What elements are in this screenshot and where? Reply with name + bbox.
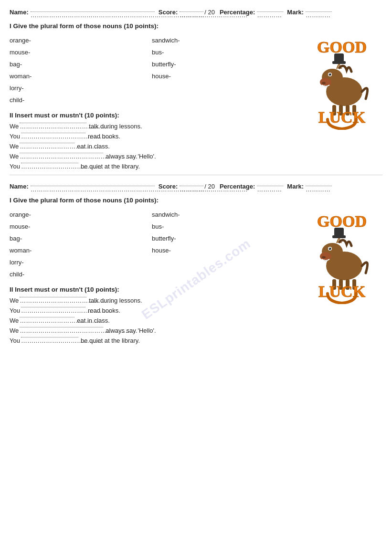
svg-rect-31 bbox=[334, 228, 344, 236]
section2-title-1: II Insert must or mustn't (10 points): bbox=[10, 112, 294, 119]
noun-bag-1: bag- bbox=[10, 58, 152, 70]
svg-point-23 bbox=[320, 252, 331, 261]
svg-rect-11 bbox=[334, 53, 344, 62]
subject-3-2: We bbox=[10, 317, 19, 324]
sentence-3-2: We ………………………………… eat in class. bbox=[10, 317, 294, 324]
svg-point-6 bbox=[329, 74, 331, 76]
subject-2-1: You bbox=[10, 133, 20, 140]
score-dots-2: ………… bbox=[180, 186, 203, 186]
rest-5-2: be quiet at the library. bbox=[81, 337, 140, 344]
dots-4-1: ………………………………………………… bbox=[20, 153, 103, 153]
score-dots-1: ………… bbox=[180, 11, 203, 12]
name-label-2: Name: bbox=[10, 183, 29, 190]
svg-point-24 bbox=[322, 256, 326, 259]
noun-woman-2: woman- bbox=[10, 244, 152, 256]
good-luck-image-2: GOOD bbox=[299, 209, 382, 347]
sentence-5-1: You ………………………………… be quiet at the librar… bbox=[10, 163, 294, 170]
good-luck-container-1: GOOD bbox=[304, 34, 378, 120]
good-luck-svg-1: GOOD bbox=[304, 34, 380, 130]
score-label-2: Score: bbox=[159, 183, 178, 190]
noun-house-1: house- bbox=[152, 70, 294, 82]
subject-4-1: We bbox=[10, 153, 19, 160]
score-label-1: Score: bbox=[159, 9, 178, 16]
dots-4-2: ………………………………………………… bbox=[20, 327, 103, 327]
noun-lorry-1: lorry- bbox=[10, 82, 152, 94]
rest-4-1: always say 'Hello'. bbox=[106, 153, 156, 160]
noun-sandwich-1: sandwich- bbox=[152, 34, 294, 46]
mark-label-2: Mark: bbox=[287, 183, 304, 190]
sentence-4-2: We ………………………………………………… always say 'Hello… bbox=[10, 327, 294, 334]
noun-butterfly-1: butterfly- bbox=[152, 58, 294, 70]
noun-empty-2 bbox=[152, 256, 294, 268]
dots-3-1: ………………………………… bbox=[20, 143, 74, 143]
noun-orange-2: orange- bbox=[10, 209, 152, 221]
pct-label-1: Percentage: bbox=[220, 9, 255, 16]
name-dots-1: …………………………………………………………………………………………… bbox=[31, 11, 155, 12]
rest-4-2: always say 'Hello'. bbox=[106, 327, 156, 334]
section-divider bbox=[10, 175, 382, 175]
noun-woman-1: woman- bbox=[10, 70, 152, 82]
name-dots-2: …………………………………………………………………………………………… bbox=[31, 186, 155, 186]
noun-butterfly-2: butterfly- bbox=[152, 232, 294, 244]
header-row-1: Name: …………………………………………………………………………………………… bbox=[10, 9, 382, 16]
svg-point-27 bbox=[329, 248, 330, 249]
page: ESLprintables.com Name: …………………………………………… bbox=[0, 0, 392, 558]
subject-5-2: You bbox=[10, 337, 20, 344]
noun-sandwich-2: sandwich- bbox=[152, 209, 294, 221]
noun-grid-2: orange- sandwich- mouse- bus- bag- butte… bbox=[10, 209, 294, 280]
noun-mouse-2: mouse- bbox=[10, 221, 152, 232]
svg-point-3 bbox=[320, 78, 331, 86]
worksheet-section-2: Name: …………………………………………………………………………………………… bbox=[10, 183, 382, 347]
mark-dots-1: ………… bbox=[306, 11, 332, 12]
section2-title-2: II Insert must or mustn't (10 points): bbox=[10, 286, 294, 293]
noun-bus-1: bus- bbox=[152, 46, 294, 58]
dots-5-2: ………………………………… bbox=[21, 337, 78, 337]
noun-bus-2: bus- bbox=[152, 221, 294, 232]
mark-label-1: Mark: bbox=[287, 9, 304, 16]
dots-2-1: ……………………………………… bbox=[21, 133, 85, 133]
sentence-4-1: We ………………………………………………… always say 'Hello… bbox=[10, 153, 294, 160]
noun-grid-1: orange- sandwich- mouse- bus- bag- butte… bbox=[10, 34, 294, 106]
noun-empty-1 bbox=[152, 82, 294, 94]
svg-point-26 bbox=[329, 248, 331, 250]
noun-lorry-2: lorry- bbox=[10, 256, 152, 268]
subject-1-2: We bbox=[10, 297, 19, 304]
sentence-3-1: We ………………………………… eat in class. bbox=[10, 143, 294, 150]
pct-label-2: Percentage: bbox=[220, 183, 255, 190]
subject-3-1: We bbox=[10, 143, 19, 150]
rest-3-1: eat in class. bbox=[77, 143, 110, 150]
left-panel-2: orange- sandwich- mouse- bus- bag- butte… bbox=[10, 209, 294, 347]
rest-3-2: eat in class. bbox=[77, 317, 110, 324]
rest-5-1: be quiet at the library. bbox=[81, 163, 140, 170]
left-panel-1: orange- sandwich- mouse- bus- bag- butte… bbox=[10, 34, 294, 173]
subject-5-1: You bbox=[10, 163, 20, 170]
mark-dots-2: ………… bbox=[306, 186, 332, 186]
svg-text:GOOD: GOOD bbox=[317, 38, 367, 56]
good-luck-svg-2: GOOD bbox=[304, 209, 380, 304]
rest-1-2: talk during lessons. bbox=[89, 297, 142, 304]
section1-title-1: I Give the plural form of those nouns (1… bbox=[10, 22, 382, 30]
subject-4-2: We bbox=[10, 327, 19, 334]
sentence-1-2: We ……………………………………… talk during lessons. bbox=[10, 297, 294, 304]
svg-text:LUCK: LUCK bbox=[318, 283, 366, 300]
svg-point-7 bbox=[329, 74, 330, 74]
svg-text:LUCK: LUCK bbox=[318, 108, 366, 126]
content-area-2: orange- sandwich- mouse- bus- bag- butte… bbox=[10, 209, 382, 347]
dots-1-2: ……………………………………… bbox=[20, 297, 86, 297]
noun-house-2: house- bbox=[152, 244, 294, 256]
noun-child-2: child- bbox=[10, 268, 152, 280]
sentence-5-2: You ………………………………… be quiet at the librar… bbox=[10, 337, 294, 344]
rest-1-1: talk during lessons. bbox=[89, 123, 142, 130]
pct-dots-1: ………… bbox=[257, 11, 283, 12]
good-luck-image-1: GOOD bbox=[299, 34, 382, 173]
rest-2-2: read books. bbox=[88, 307, 120, 314]
svg-text:GOOD: GOOD bbox=[317, 212, 367, 230]
sentence-2-2: You ……………………………………… read books. bbox=[10, 307, 294, 314]
sentence-2-1: You ……………………………………… read books. bbox=[10, 133, 294, 140]
header-row-2: Name: …………………………………………………………………………………………… bbox=[10, 183, 382, 190]
worksheet-section-1: Name: …………………………………………………………………………………………… bbox=[10, 9, 382, 173]
subject-1-1: We bbox=[10, 123, 19, 130]
section1-title-2: I Give the plural form of those nouns (1… bbox=[10, 197, 382, 204]
noun-empty2-2 bbox=[152, 268, 294, 280]
noun-empty2-1 bbox=[152, 94, 294, 106]
